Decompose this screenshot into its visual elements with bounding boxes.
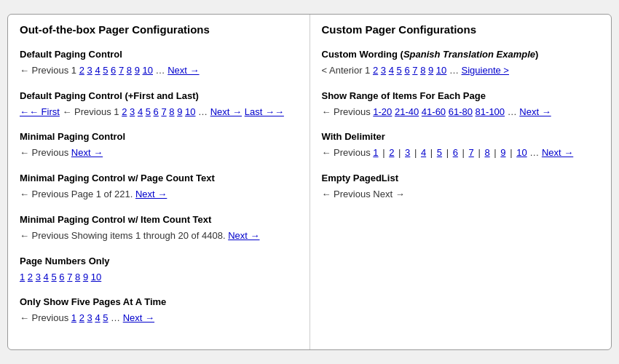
page-link-5[interactable]: 5 xyxy=(437,147,442,158)
section-title-minimal-item-count: Minimal Paging Control w/ Item Count Tex… xyxy=(20,214,298,225)
page-link-8[interactable]: 8 xyxy=(127,65,132,76)
page-link-9[interactable]: 9 xyxy=(135,65,140,76)
section-page-numbers-only: Page Numbers Only 1 2 3 4 5 6 7 8 9 10 xyxy=(20,256,298,285)
page-link-7[interactable]: 7 xyxy=(469,147,474,158)
next-link[interactable]: Next → xyxy=(519,106,551,117)
page-link-9[interactable]: 9 xyxy=(500,147,505,158)
page-link-9[interactable]: 9 xyxy=(83,272,88,282)
section-default-paging-first-last: Default Paging Control (+First and Last)… xyxy=(20,90,298,120)
page-link-9[interactable]: 9 xyxy=(428,65,433,76)
section-title-minimal-page-count: Minimal Paging Control w/ Page Count Tex… xyxy=(20,173,298,183)
page-link-3[interactable]: 3 xyxy=(87,65,92,76)
page-link-1[interactable]: 1 xyxy=(20,272,25,282)
page-link-4[interactable]: 4 xyxy=(95,65,100,76)
section-with-delimiter: With Delimiter ← Previous 1 | 2 | 3 | 4 … xyxy=(322,131,600,161)
page-link-2[interactable]: 2 xyxy=(373,65,378,76)
page-link-6[interactable]: 6 xyxy=(453,147,458,158)
range-link-41-60[interactable]: 41-60 xyxy=(422,106,446,117)
page-link-8[interactable]: 8 xyxy=(75,272,80,282)
section-title-custom-wording: Custom Wording (Spanish Translation Exam… xyxy=(322,49,600,60)
page-link-7[interactable]: 7 xyxy=(161,106,166,117)
last-link[interactable]: Last →→ xyxy=(245,106,284,117)
delimiter: | xyxy=(429,147,434,158)
page-link-2[interactable]: 2 xyxy=(28,272,33,282)
pager-default-paging: ← Previous 1 2 3 4 5 6 7 8 9 10 … Next → xyxy=(20,63,298,79)
next-link[interactable]: Next → xyxy=(71,147,103,158)
page-link-10[interactable]: 10 xyxy=(516,147,527,158)
delimiter: | xyxy=(508,147,513,158)
page-link-3[interactable]: 3 xyxy=(36,272,41,282)
page-link-6[interactable]: 6 xyxy=(111,65,116,76)
delimiter: | xyxy=(413,147,418,158)
delimiter: | xyxy=(381,147,386,158)
page-link-2[interactable]: 2 xyxy=(79,312,84,323)
page-link-10[interactable]: 10 xyxy=(91,272,101,282)
next-link[interactable]: Next → xyxy=(210,106,242,117)
left-col-header: Out-of-the-box Pager Configurations xyxy=(20,23,298,39)
pager-empty-paged-list: ← Previous Next → xyxy=(322,187,600,202)
page-link-8[interactable]: 8 xyxy=(169,106,174,117)
page-link-4[interactable]: 4 xyxy=(95,312,100,323)
page-link-8[interactable]: 8 xyxy=(484,147,489,158)
pager-custom-wording: < Anterior 1 2 3 4 5 6 7 8 9 10 … Siguie… xyxy=(322,63,600,79)
page-link-4[interactable]: 4 xyxy=(389,65,394,76)
delimiter: | xyxy=(476,147,481,158)
section-minimal-item-count: Minimal Paging Control w/ Item Count Tex… xyxy=(20,214,298,244)
page-link-6[interactable]: 6 xyxy=(59,272,64,282)
page-link-7[interactable]: 7 xyxy=(67,272,72,282)
page-link-4[interactable]: 4 xyxy=(44,272,49,282)
section-title-default-first-last: Default Paging Control (+First and Last) xyxy=(20,90,298,101)
delimiter: | xyxy=(492,147,497,158)
pager-minimal-page-count: ← Previous Page 1 of 221. Next → xyxy=(20,187,298,202)
section-show-range: Show Range of Items For Each Page ← Prev… xyxy=(322,90,600,120)
pager-show-range: ← Previous 1-20 21-40 41-60 61-80 81-100… xyxy=(322,105,600,120)
page-link-6[interactable]: 6 xyxy=(404,65,409,76)
page-link-4[interactable]: 4 xyxy=(138,106,143,117)
page-link-7[interactable]: 7 xyxy=(412,65,417,76)
page-link-10[interactable]: 10 xyxy=(143,65,153,76)
range-link-1-20[interactable]: 1-20 xyxy=(373,106,392,117)
next-link[interactable]: Next → xyxy=(542,147,573,158)
range-link-81-100[interactable]: 81-100 xyxy=(476,106,505,117)
page-link-6[interactable]: 6 xyxy=(154,106,159,117)
next-link[interactable]: Next → xyxy=(135,189,167,199)
next-link[interactable]: Next → xyxy=(167,65,199,76)
page-link-7[interactable]: 7 xyxy=(119,65,124,76)
page-link-2[interactable]: 2 xyxy=(79,65,84,76)
first-link[interactable]: ←← First xyxy=(20,106,60,117)
page-link-5[interactable]: 5 xyxy=(103,312,108,323)
page-link-5[interactable]: 5 xyxy=(397,65,402,76)
page-link-8[interactable]: 8 xyxy=(420,65,425,76)
page-link-5[interactable]: 5 xyxy=(146,106,151,117)
page-link-1[interactable]: 1 xyxy=(71,312,76,323)
range-link-61-80[interactable]: 61-80 xyxy=(449,106,473,117)
page-link-1[interactable]: 1 xyxy=(373,147,378,158)
pager-minimal-paging: ← Previous Next → xyxy=(20,146,298,161)
page-link-5[interactable]: 5 xyxy=(51,272,56,282)
next-link[interactable]: Next → xyxy=(228,230,259,241)
page-link-3[interactable]: 3 xyxy=(405,147,410,158)
section-title-show-range: Show Range of Items For Each Page xyxy=(322,90,600,101)
section-default-paging: Default Paging Control ← Previous 1 2 3 … xyxy=(20,49,298,79)
pager-five-pages: ← Previous 1 2 3 4 5 … Next → xyxy=(20,311,298,326)
siguiente-link[interactable]: Siguiente > xyxy=(462,65,509,76)
section-title-minimal-paging: Minimal Paging Control xyxy=(20,131,298,142)
next-link[interactable]: Next → xyxy=(123,312,154,323)
page-link-3[interactable]: 3 xyxy=(87,312,92,323)
section-five-pages: Only Show Five Pages At A Time ← Previou… xyxy=(20,296,298,326)
range-link-21-40[interactable]: 21-40 xyxy=(395,106,419,117)
page-link-3[interactable]: 3 xyxy=(130,106,135,117)
page-link-3[interactable]: 3 xyxy=(381,65,386,76)
right-col-header: Custom Pager Configurations xyxy=(322,23,600,39)
section-custom-wording: Custom Wording (Spanish Translation Exam… xyxy=(322,49,600,79)
page-link-10[interactable]: 10 xyxy=(185,106,195,117)
section-title-empty-paged-list: Empty PagedList xyxy=(322,173,600,183)
page-link-2[interactable]: 2 xyxy=(389,147,394,158)
page-link-9[interactable]: 9 xyxy=(177,106,182,117)
page-link-4[interactable]: 4 xyxy=(421,147,426,158)
page-link-5[interactable]: 5 xyxy=(103,65,108,76)
section-title-page-numbers-only: Page Numbers Only xyxy=(20,256,298,266)
page-link-2[interactable]: 2 xyxy=(122,106,127,117)
spanish-example-label: Spanish Translation Example xyxy=(403,49,535,60)
page-link-10[interactable]: 10 xyxy=(436,65,446,76)
